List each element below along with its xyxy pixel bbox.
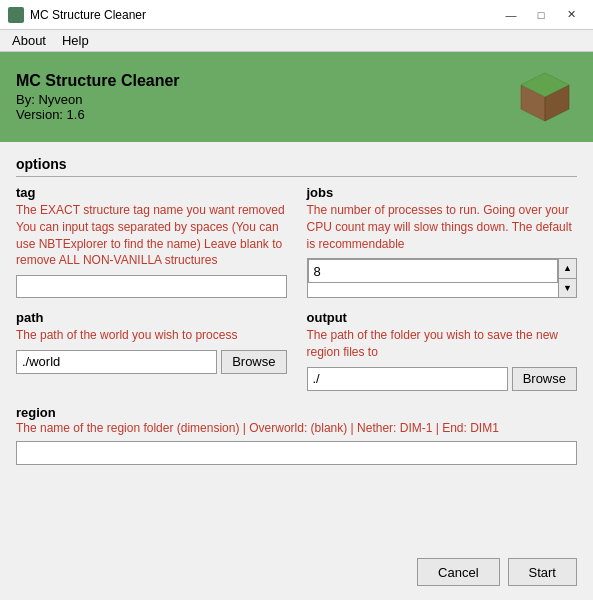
output-description: The path of the folder you wish to save … — [307, 327, 578, 361]
menu-bar: About Help — [0, 30, 593, 52]
window-title: MC Structure Cleaner — [30, 8, 146, 22]
path-browse-button[interactable]: Browse — [221, 350, 286, 374]
footer: Cancel Start — [401, 550, 593, 600]
options-grid: tag The EXACT structure tag name you wan… — [16, 185, 577, 391]
path-description: The path of the world you wish to proces… — [16, 327, 287, 344]
tag-description: The EXACT structure tag name you want re… — [16, 202, 287, 269]
jobs-label: jobs — [307, 185, 578, 200]
output-input-row: Browse — [307, 367, 578, 391]
tag-input[interactable] — [16, 275, 287, 298]
spinner-down-button[interactable]: ▼ — [559, 278, 576, 297]
tag-label: tag — [16, 185, 287, 200]
window-controls: — □ ✕ — [497, 5, 585, 25]
output-browse-button[interactable]: Browse — [512, 367, 577, 391]
minecraft-block-icon — [513, 65, 577, 129]
close-button[interactable]: ✕ — [557, 5, 585, 25]
start-button[interactable]: Start — [508, 558, 577, 586]
menu-about[interactable]: About — [4, 31, 54, 50]
spinner-buttons: ▲ ▼ — [558, 259, 576, 297]
author: By: Nyveon — [16, 92, 180, 107]
region-section: region The name of the region folder (di… — [16, 405, 577, 465]
jobs-field-group: jobs The number of processes to run. Goi… — [307, 185, 578, 298]
title-bar: MC Structure Cleaner — □ ✕ — [0, 0, 593, 30]
jobs-spinner: ▲ ▼ — [307, 258, 578, 298]
jobs-description: The number of processes to run. Going ov… — [307, 202, 578, 252]
version: Version: 1.6 — [16, 107, 180, 122]
maximize-button[interactable]: □ — [527, 5, 555, 25]
app-name: MC Structure Cleaner — [16, 72, 180, 90]
options-section-title: options — [16, 156, 577, 177]
minimize-button[interactable]: — — [497, 5, 525, 25]
cancel-button[interactable]: Cancel — [417, 558, 499, 586]
region-description: The name of the region folder (dimension… — [16, 420, 577, 437]
tag-field-group: tag The EXACT structure tag name you wan… — [16, 185, 287, 298]
output-field-group: output The path of the folder you wish t… — [307, 310, 578, 391]
output-input[interactable] — [307, 367, 508, 391]
menu-help[interactable]: Help — [54, 31, 97, 50]
header-banner: MC Structure Cleaner By: Nyveon Version:… — [0, 52, 593, 142]
main-content: options tag The EXACT structure tag name… — [0, 142, 593, 493]
path-input-row: Browse — [16, 350, 287, 374]
spinner-up-button[interactable]: ▲ — [559, 259, 576, 277]
jobs-input[interactable] — [308, 259, 559, 283]
region-input[interactable] — [16, 441, 577, 465]
path-field-group: path The path of the world you wish to p… — [16, 310, 287, 391]
path-input[interactable] — [16, 350, 217, 374]
app-icon — [8, 7, 24, 23]
header-info: MC Structure Cleaner By: Nyveon Version:… — [16, 72, 180, 122]
output-label: output — [307, 310, 578, 325]
path-label: path — [16, 310, 287, 325]
region-label: region — [16, 405, 56, 420]
